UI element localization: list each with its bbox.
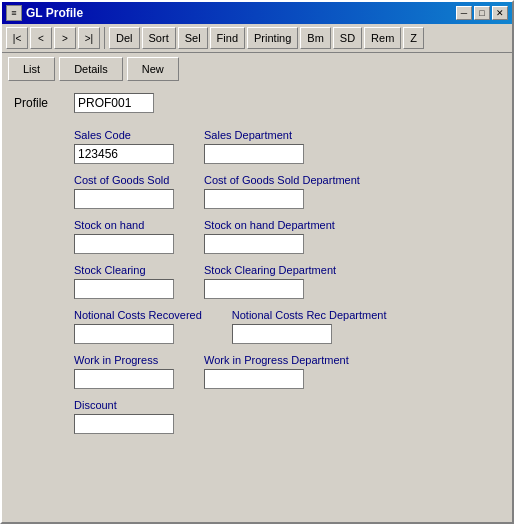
stock-clearing-dept-group: Stock Clearing Department <box>204 264 336 299</box>
stock-on-hand-dept-input[interactable] <box>204 234 304 254</box>
notional-costs-rec-dept-label: Notional Costs Rec Department <box>232 309 387 321</box>
toolbar: |< < > >| Del Sort Sel Find Printing Bm … <box>2 24 512 53</box>
work-in-progress-group: Work in Progress <box>74 354 174 389</box>
window-title: GL Profile <box>26 6 83 20</box>
notional-costs-recovered-label: Notional Costs Recovered <box>74 309 202 321</box>
field-row-5: Notional Costs Recovered Notional Costs … <box>74 309 500 344</box>
stock-clearing-group: Stock Clearing <box>74 264 174 299</box>
nav-last-button[interactable]: >| <box>78 27 100 49</box>
nav-prev-button[interactable]: < <box>30 27 52 49</box>
sales-code-label: Sales Code <box>74 129 174 141</box>
sort-button[interactable]: Sort <box>142 27 176 49</box>
find-button[interactable]: Find <box>210 27 245 49</box>
sales-department-input[interactable] <box>204 144 304 164</box>
window-icon: ≡ <box>6 5 22 21</box>
cost-of-goods-sold-input[interactable] <box>74 189 174 209</box>
nav-next-button[interactable]: > <box>54 27 76 49</box>
work-in-progress-input[interactable] <box>74 369 174 389</box>
new-button[interactable]: New <box>127 57 179 81</box>
details-button[interactable]: Details <box>59 57 123 81</box>
field-row-7: Discount <box>74 399 500 434</box>
sd-button[interactable]: SD <box>333 27 362 49</box>
work-in-progress-label: Work in Progress <box>74 354 174 366</box>
list-button[interactable]: List <box>8 57 55 81</box>
title-bar-left: ≡ GL Profile <box>6 5 83 21</box>
cost-of-goods-sold-label: Cost of Goods Sold <box>74 174 174 186</box>
cost-of-goods-sold-group: Cost of Goods Sold <box>74 174 174 209</box>
stock-on-hand-label: Stock on hand <box>74 219 174 231</box>
stock-on-hand-dept-label: Stock on hand Department <box>204 219 335 231</box>
notional-costs-rec-dept-input[interactable] <box>232 324 332 344</box>
cost-of-goods-sold-dept-group: Cost of Goods Sold Department <box>204 174 360 209</box>
work-in-progress-dept-input[interactable] <box>204 369 304 389</box>
field-row-4: Stock Clearing Stock Clearing Department <box>74 264 500 299</box>
field-row-6: Work in Progress Work in Progress Depart… <box>74 354 500 389</box>
stock-on-hand-dept-group: Stock on hand Department <box>204 219 335 254</box>
notional-costs-recovered-input[interactable] <box>74 324 174 344</box>
del-button[interactable]: Del <box>109 27 140 49</box>
discount-group: Discount <box>74 399 174 434</box>
content-area: Profile Sales Code Sales Department Cost… <box>2 85 512 522</box>
profile-label: Profile <box>14 96 74 110</box>
stock-clearing-dept-label: Stock Clearing Department <box>204 264 336 276</box>
discount-input[interactable] <box>74 414 174 434</box>
action-bar: List Details New <box>2 53 512 85</box>
stock-on-hand-group: Stock on hand <box>74 219 174 254</box>
toolbar-separator <box>104 27 105 49</box>
notional-costs-rec-dept-group: Notional Costs Rec Department <box>232 309 387 344</box>
stock-on-hand-input[interactable] <box>74 234 174 254</box>
sales-code-input[interactable] <box>74 144 174 164</box>
nav-first-button[interactable]: |< <box>6 27 28 49</box>
sales-department-label: Sales Department <box>204 129 304 141</box>
title-bar: ≡ GL Profile ─ □ ✕ <box>2 2 512 24</box>
sales-code-group: Sales Code <box>74 129 174 164</box>
cost-of-goods-sold-dept-input[interactable] <box>204 189 304 209</box>
rem-button[interactable]: Rem <box>364 27 401 49</box>
profile-row: Profile <box>14 93 500 113</box>
sel-button[interactable]: Sel <box>178 27 208 49</box>
work-in-progress-dept-group: Work in Progress Department <box>204 354 349 389</box>
stock-clearing-input[interactable] <box>74 279 174 299</box>
field-row-3: Stock on hand Stock on hand Department <box>74 219 500 254</box>
sales-department-group: Sales Department <box>204 129 304 164</box>
discount-label: Discount <box>74 399 174 411</box>
profile-input[interactable] <box>74 93 154 113</box>
field-row-2: Cost of Goods Sold Cost of Goods Sold De… <box>74 174 500 209</box>
notional-costs-recovered-group: Notional Costs Recovered <box>74 309 202 344</box>
fields-grid: Sales Code Sales Department Cost of Good… <box>74 129 500 444</box>
minimize-button[interactable]: ─ <box>456 6 472 20</box>
work-in-progress-dept-label: Work in Progress Department <box>204 354 349 366</box>
field-row-1: Sales Code Sales Department <box>74 129 500 164</box>
cost-of-goods-sold-dept-label: Cost of Goods Sold Department <box>204 174 360 186</box>
stock-clearing-label: Stock Clearing <box>74 264 174 276</box>
z-button[interactable]: Z <box>403 27 424 49</box>
close-button[interactable]: ✕ <box>492 6 508 20</box>
stock-clearing-dept-input[interactable] <box>204 279 304 299</box>
printing-button[interactable]: Printing <box>247 27 298 49</box>
main-window: ≡ GL Profile ─ □ ✕ |< < > >| Del Sort Se… <box>0 0 514 524</box>
title-buttons: ─ □ ✕ <box>456 6 508 20</box>
maximize-button[interactable]: □ <box>474 6 490 20</box>
bm-button[interactable]: Bm <box>300 27 331 49</box>
